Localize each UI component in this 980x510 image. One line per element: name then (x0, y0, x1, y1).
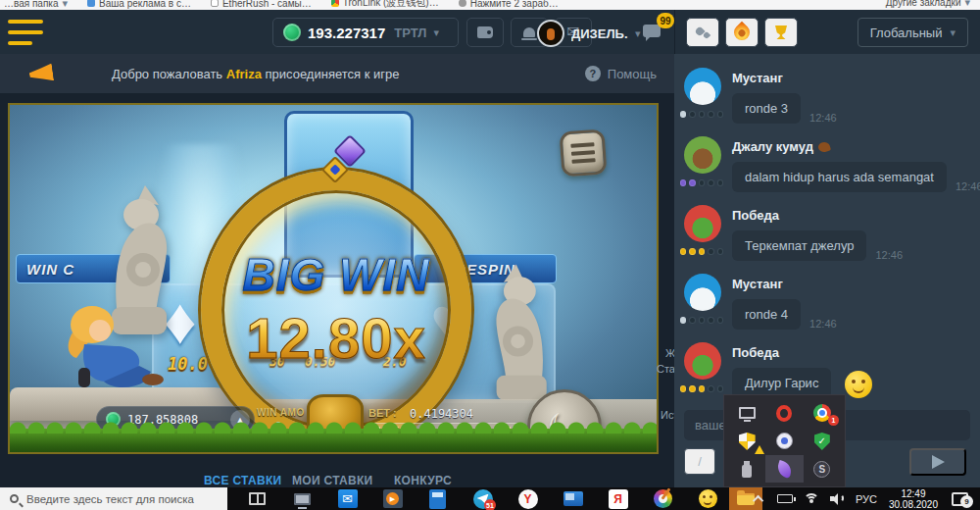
chat-username[interactable]: Джалу кумуд (732, 139, 980, 154)
big-win-label: BIG WIN (189, 248, 483, 301)
wallet-button[interactable] (466, 18, 504, 47)
tray-media-icon[interactable] (765, 428, 803, 456)
send-icon (932, 455, 945, 469)
tray-opera-icon[interactable] (765, 399, 803, 428)
bell-icon (523, 27, 535, 37)
chat-bubble: Теркемпат джелур (732, 230, 866, 261)
chat-message: Победа Дилур Гарис (684, 342, 970, 398)
play-icon: ▶ (386, 492, 399, 505)
bird-icon (817, 140, 831, 153)
browser-bookmarks-bar: …вая папка▾ Ваша реклама в с… EtherRush … (0, 0, 980, 10)
announcement-username[interactable]: Afriza (226, 67, 262, 81)
chat-bubble: ronde 4 (732, 299, 801, 330)
avatar[interactable] (684, 205, 721, 242)
fireball-icon (731, 22, 754, 44)
chevron-down-icon: ▾ (950, 26, 956, 39)
chat-toggle-button[interactable]: 99 (639, 19, 670, 48)
taskbar-video-icon[interactable]: ▶ (382, 488, 403, 509)
win-multiplier: 12.80x (189, 305, 483, 371)
help-button[interactable]: ? Помощь (585, 66, 657, 81)
chat-message: Мустанг ronde 3 12:46 (684, 68, 970, 124)
taskbar-clock[interactable]: 12:4930.08.2020 (889, 488, 938, 510)
tray-display-icon[interactable] (728, 399, 765, 428)
send-message-button[interactable] (909, 448, 966, 476)
chat-time: 12:46 (956, 180, 980, 192)
game-menu-button[interactable] (559, 128, 607, 177)
rain-button[interactable] (686, 18, 719, 47)
bookmark-item[interactable]: EtherRush - самы… (211, 0, 312, 9)
avatar[interactable] (684, 342, 721, 380)
system-tray-popup: 1 ✓ S (723, 394, 846, 487)
language-indicator[interactable]: РУС (856, 493, 877, 505)
bookmark-item[interactable]: TronLink (波豆钱包)… (331, 0, 439, 10)
action-center-icon[interactable]: 9 (952, 492, 968, 506)
chat-message: Мустанг ronde 4 12:46 (684, 274, 970, 330)
menu-button[interactable] (8, 20, 43, 45)
chat-room-label: Глобальный (870, 26, 943, 40)
chat-username[interactable]: Победа (732, 208, 903, 223)
tray-steam-icon[interactable]: S (804, 455, 841, 483)
taskbar-search-input[interactable] (26, 493, 222, 505)
username: ДИЗЕЛЬ... (571, 26, 628, 41)
bookmark-item[interactable]: Ваша реклама в с… (87, 0, 191, 9)
chat-username[interactable]: Победа (732, 345, 872, 360)
bookmark-item[interactable]: …вая папка▾ (4, 0, 68, 10)
user-menu[interactable]: ДИЗЕЛЬ... ▾ (537, 20, 641, 47)
taskbar-emoji-app-icon[interactable] (698, 488, 718, 509)
contest-button[interactable] (764, 18, 798, 47)
chat-time: 12:46 (809, 112, 837, 124)
other-bookmarks-button[interactable]: Другие закладки▾ (886, 0, 970, 9)
avatar[interactable] (684, 136, 721, 174)
grass-art (10, 429, 657, 452)
bookmark-item[interactable]: Нажмите 2 зараб… (459, 0, 559, 9)
coin-icon (283, 24, 301, 41)
chat-time: 12:46 (875, 249, 903, 261)
chat-bubble: ronde 3 (732, 93, 801, 124)
chat-username[interactable]: Мустанг (732, 71, 837, 85)
balance-selector[interactable]: 193.227317 ТРТЛ ▾ (272, 18, 459, 47)
wifi-icon[interactable] (804, 493, 819, 504)
speaker-icon[interactable] (830, 493, 844, 504)
tab-all-bets[interactable]: ВСЕ СТАВКИ (204, 474, 281, 487)
tray-utility-icon[interactable] (728, 455, 765, 483)
favicon (211, 0, 219, 7)
taskbar-calculator-icon[interactable] (427, 488, 448, 509)
warning-icon (755, 445, 764, 454)
fireball-button[interactable] (725, 18, 759, 47)
tray-defender-icon[interactable] (728, 428, 765, 456)
favicon (331, 0, 339, 7)
chat-commands-button[interactable]: / (684, 448, 715, 475)
taskbar-photos-icon[interactable] (563, 488, 583, 509)
announcement-text: Добро пожаловать Afriza присоединяется к… (112, 67, 399, 81)
emoji-sticker (845, 371, 872, 398)
chat-time: 12:46 (809, 318, 837, 330)
battery-icon[interactable] (777, 494, 793, 503)
notification-count-badge: 9 (960, 495, 973, 508)
tray-antivirus-icon[interactable]: ✓ (804, 428, 841, 456)
chat-bubble: dalam hidup harus ada semangat (732, 162, 947, 192)
taskbar-computer-icon[interactable] (292, 488, 313, 509)
balance-amount: 193.227317 (308, 25, 385, 41)
megaphone-icon (28, 63, 54, 83)
tab-contest[interactable]: КОНКУРС (394, 474, 452, 487)
taskbar-mail-icon[interactable]: ✉ (337, 488, 358, 509)
chevron-down-icon: ▾ (964, 0, 970, 9)
search-favicon (459, 0, 466, 7)
chat-room-select[interactable]: Глобальный ▾ (858, 18, 968, 47)
tab-my-bets[interactable]: МОИ СТАВКИ (292, 474, 373, 487)
tray-browser-icon[interactable]: 1 (804, 399, 841, 428)
taskbar-taskview-icon[interactable] (247, 488, 268, 509)
avatar[interactable] (684, 274, 721, 311)
taskbar-telegram-icon[interactable]: 51 (472, 488, 493, 509)
taskbar-yandex-browser-icon[interactable]: Y (517, 488, 538, 509)
tray-feather-icon[interactable] (765, 455, 803, 483)
chat-message: Джалу кумуд dalam hidup harus ada semang… (684, 136, 970, 192)
slot-game-canvas[interactable]: WIN C RESPIN ♦ ♥ 10.0 30 0.50 2.0 (8, 103, 659, 454)
taskbar-yandex-icon[interactable]: Я (608, 488, 628, 509)
taskbar-paint-icon[interactable] (653, 488, 673, 509)
unread-count-badge: 51 (484, 499, 496, 510)
chat-username[interactable]: Мустанг (732, 277, 837, 291)
taskbar-search[interactable] (0, 487, 227, 510)
avatar[interactable] (684, 68, 721, 105)
bet-label: BET : (368, 407, 397, 419)
